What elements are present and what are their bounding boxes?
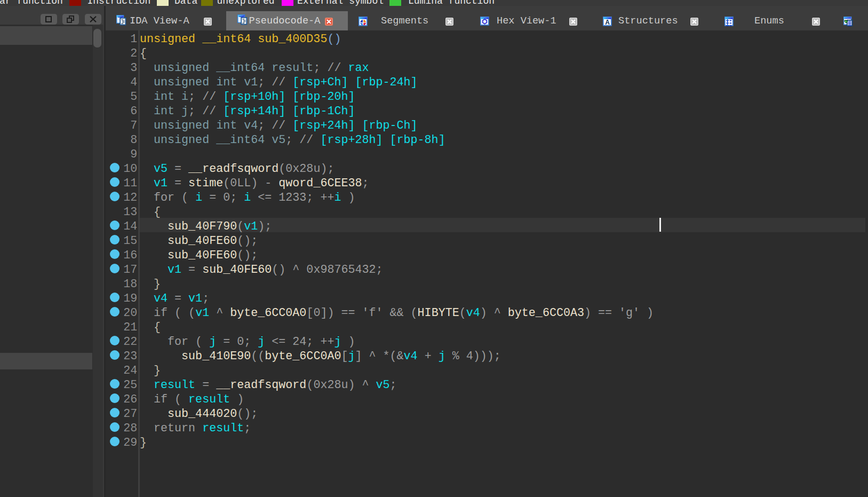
svg-text:A: A <box>605 19 610 26</box>
